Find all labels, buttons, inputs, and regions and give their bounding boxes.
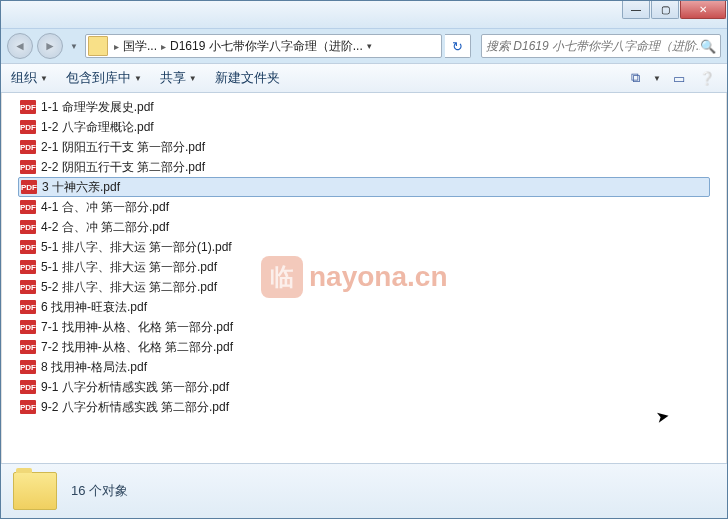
status-count: 16 个对象 (71, 482, 128, 500)
breadcrumb-sep-icon[interactable]: ▸ (157, 41, 170, 52)
pdf-icon: PDF (20, 120, 36, 134)
file-name: 2-1 阴阳五行干支 第一部分.pdf (41, 139, 205, 156)
breadcrumb-sep-icon[interactable]: ▸ (110, 41, 123, 52)
breadcrumb-item[interactable]: 国学... (123, 38, 157, 55)
file-name: 8 找用神-格局法.pdf (41, 359, 147, 376)
pdf-icon: PDF (20, 360, 36, 374)
search-input[interactable] (486, 39, 700, 53)
nav-bar: ◄ ► ▼ ▸ 国学... ▸ D1619 小七带你学八字命理（进阶... ▾ … (1, 29, 727, 63)
pdf-icon: PDF (20, 300, 36, 314)
list-item[interactable]: PDF3 十神六亲.pdf (18, 177, 710, 197)
organize-button[interactable]: 组织▼ (11, 69, 48, 87)
list-item[interactable]: PDF9-2 八字分析情感实践 第二部分.pdf (18, 397, 710, 417)
new-folder-button[interactable]: 新建文件夹 (215, 69, 280, 87)
view-options-button[interactable]: ⧉ (625, 68, 645, 88)
file-name: 2-2 阴阳五行干支 第二部分.pdf (41, 159, 205, 176)
list-item[interactable]: PDF7-2 找用神-从格、化格 第二部分.pdf (18, 337, 710, 357)
search-icon: 🔍 (700, 39, 716, 54)
list-item[interactable]: PDF1-2 八字命理概论.pdf (18, 117, 710, 137)
breadcrumb[interactable]: ▸ 国学... ▸ D1619 小七带你学八字命理（进阶... ▾ (85, 34, 442, 58)
list-item[interactable]: PDF6 找用神-旺衰法.pdf (18, 297, 710, 317)
titlebar: — ▢ ✕ (1, 1, 727, 29)
file-name: 9-2 八字分析情感实践 第二部分.pdf (41, 399, 229, 416)
folder-icon (13, 472, 57, 510)
breadcrumb-dropdown-icon[interactable]: ▾ (363, 41, 376, 51)
file-name: 5-1 排八字、排大运 第一部分.pdf (41, 259, 217, 276)
pdf-icon: PDF (20, 340, 36, 354)
file-name: 1-2 八字命理概论.pdf (41, 119, 154, 136)
file-name: 7-2 找用神-从格、化格 第二部分.pdf (41, 339, 233, 356)
folder-icon (88, 36, 108, 56)
pdf-icon: PDF (20, 140, 36, 154)
back-button[interactable]: ◄ (7, 33, 33, 59)
file-list[interactable]: PDF1-1 命理学发展史.pdfPDF1-2 八字命理概论.pdfPDF2-1… (1, 93, 727, 463)
help-button[interactable]: ❔ (697, 68, 717, 88)
pdf-icon: PDF (20, 280, 36, 294)
pdf-icon: PDF (20, 220, 36, 234)
status-bar: 16 个对象 (1, 463, 727, 518)
refresh-button[interactable]: ↻ (445, 34, 471, 58)
pdf-icon: PDF (20, 380, 36, 394)
maximize-button[interactable]: ▢ (651, 1, 679, 19)
pdf-icon: PDF (21, 180, 37, 194)
pdf-icon: PDF (20, 160, 36, 174)
list-item[interactable]: PDF5-1 排八字、排大运 第一部分.pdf (18, 257, 710, 277)
pdf-icon: PDF (20, 320, 36, 334)
list-item[interactable]: PDF2-2 阴阳五行干支 第二部分.pdf (18, 157, 710, 177)
pdf-icon: PDF (20, 100, 36, 114)
search-box[interactable]: 🔍 (481, 34, 721, 58)
file-name: 9-1 八字分析情感实践 第一部分.pdf (41, 379, 229, 396)
file-name: 5-1 排八字、排大运 第一部分(1).pdf (41, 239, 232, 256)
pdf-icon: PDF (20, 200, 36, 214)
minimize-button[interactable]: — (622, 1, 650, 19)
file-name: 7-1 找用神-从格、化格 第一部分.pdf (41, 319, 233, 336)
chevron-down-icon: ▼ (189, 74, 197, 83)
list-item[interactable]: PDF2-1 阴阳五行干支 第一部分.pdf (18, 137, 710, 157)
share-button[interactable]: 共享▼ (160, 69, 197, 87)
pdf-icon: PDF (20, 240, 36, 254)
list-item[interactable]: PDF1-1 命理学发展史.pdf (18, 97, 710, 117)
chevron-down-icon: ▼ (134, 74, 142, 83)
file-name: 3 十神六亲.pdf (42, 179, 120, 196)
chevron-down-icon[interactable]: ▼ (653, 74, 661, 83)
list-item[interactable]: PDF4-2 合、冲 第二部分.pdf (18, 217, 710, 237)
chevron-down-icon: ▼ (40, 74, 48, 83)
file-name: 5-2 排八字、排大运 第二部分.pdf (41, 279, 217, 296)
list-item[interactable]: PDF5-1 排八字、排大运 第一部分(1).pdf (18, 237, 710, 257)
preview-pane-button[interactable]: ▭ (669, 68, 689, 88)
forward-button[interactable]: ► (37, 33, 63, 59)
list-item[interactable]: PDF7-1 找用神-从格、化格 第一部分.pdf (18, 317, 710, 337)
toolbar: 组织▼ 包含到库中▼ 共享▼ 新建文件夹 ⧉ ▼ ▭ ❔ (1, 63, 727, 93)
breadcrumb-item[interactable]: D1619 小七带你学八字命理（进阶... (170, 38, 363, 55)
file-name: 1-1 命理学发展史.pdf (41, 99, 154, 116)
list-item[interactable]: PDF8 找用神-格局法.pdf (18, 357, 710, 377)
close-button[interactable]: ✕ (680, 1, 726, 19)
list-item[interactable]: PDF5-2 排八字、排大运 第二部分.pdf (18, 277, 710, 297)
pdf-icon: PDF (20, 400, 36, 414)
pdf-icon: PDF (20, 260, 36, 274)
list-item[interactable]: PDF9-1 八字分析情感实践 第一部分.pdf (18, 377, 710, 397)
file-name: 4-2 合、冲 第二部分.pdf (41, 219, 169, 236)
include-library-button[interactable]: 包含到库中▼ (66, 69, 142, 87)
list-item[interactable]: PDF4-1 合、冲 第一部分.pdf (18, 197, 710, 217)
nav-history-dropdown[interactable]: ▼ (67, 42, 81, 51)
file-name: 6 找用神-旺衰法.pdf (41, 299, 147, 316)
file-name: 4-1 合、冲 第一部分.pdf (41, 199, 169, 216)
